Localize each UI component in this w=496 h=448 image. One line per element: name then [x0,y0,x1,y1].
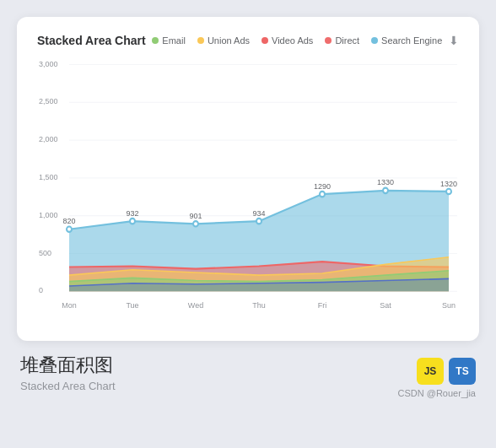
legend-item: Search Engine [371,35,442,46]
legend-label: Search Engine [381,35,442,46]
ts-badge[interactable]: TS [449,358,476,385]
download-icon[interactable]: ⬇ [449,34,459,47]
dot-fri [320,192,325,197]
badges-group: JS TS [417,358,476,385]
dot-thu [256,219,261,224]
legend-label: Video Ads [272,35,313,46]
chart-svg: 3,000 2,500 2,000 1,500 1,000 500 0 [37,57,459,327]
svg-text:Sat: Sat [380,300,391,309]
dot-sat [383,188,388,193]
svg-text:Wed: Wed [188,300,203,309]
svg-text:2,000: 2,000 [39,135,58,143]
svg-text:1290: 1290 [314,181,331,190]
svg-text:Tue: Tue [126,300,138,309]
legend-dot [325,37,332,44]
legend-dot [197,37,204,44]
js-badge[interactable]: JS [417,358,444,385]
chart-legend: EmailUnion AdsVideo AdsDirectSearch Engi… [152,35,442,46]
chart-header: Stacked Area Chart EmailUnion AdsVideo A… [37,34,459,47]
svg-text:Mon: Mon [62,300,77,309]
svg-text:1,500: 1,500 [39,173,58,181]
right-info-block: JS TS CSDN @Rouer_jia [398,354,476,398]
svg-text:932: 932 [126,208,138,217]
csdn-label: CSDN @Rouer_jia [398,388,476,398]
svg-text:3,000: 3,000 [39,59,58,67]
legend-item: Direct [325,35,359,46]
svg-text:500: 500 [39,248,51,256]
svg-text:1,000: 1,000 [39,211,58,219]
svg-text:1330: 1330 [377,178,394,186]
legend-dot [261,37,268,44]
dot-tue [130,219,135,224]
svg-text:Fri: Fri [318,300,326,309]
svg-text:0: 0 [39,286,43,294]
svg-text:2,500: 2,500 [39,97,58,105]
legend-item: Email [152,35,186,46]
legend-label: Direct [335,35,359,46]
legend-dot [152,37,159,44]
svg-text:Thu: Thu [252,300,266,309]
dot-mon [67,227,72,232]
dot-wed [193,221,198,226]
chart-name-block: 堆叠面积图 Stacked Area Chart [20,354,116,392]
legend-label: Union Ads [208,35,250,46]
legend-item: Union Ads [197,35,250,46]
svg-text:934: 934 [252,208,265,217]
chart-card: Stacked Area Chart EmailUnion AdsVideo A… [17,17,479,341]
svg-text:1320: 1320 [440,179,457,187]
chart-area: 3,000 2,500 2,000 1,500 1,000 500 0 [37,57,459,327]
chart-title: Stacked Area Chart [37,34,146,47]
chart-zh-name: 堆叠面积图 [20,354,116,376]
dot-sun [446,189,451,194]
legend-dot [371,37,378,44]
chart-en-name: Stacked Area Chart [20,380,116,392]
legend-label: Email [162,35,186,46]
svg-text:901: 901 [189,212,202,220]
bottom-info: 堆叠面积图 Stacked Area Chart JS TS CSDN @Rou… [17,354,479,398]
legend-item: Video Ads [261,35,313,46]
svg-text:820: 820 [62,217,75,225]
svg-text:Sun: Sun [442,300,456,309]
